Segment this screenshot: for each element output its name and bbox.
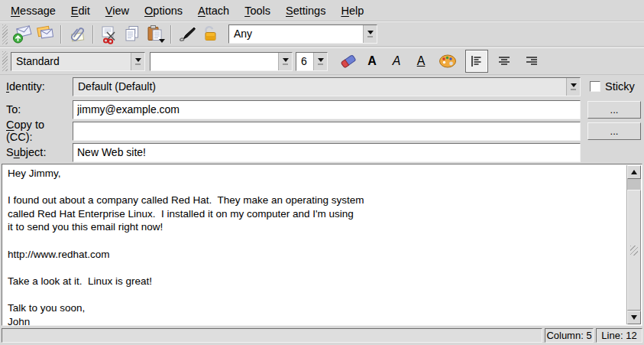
cut-button[interactable] [98, 24, 121, 45]
encrypt-message-icon [200, 24, 221, 44]
font-size-value: 6 [296, 53, 313, 70]
toolbar-drag-handle[interactable] [2, 51, 8, 71]
identity-row: Identity: Default (Default) Sticky [0, 76, 644, 96]
chevron-down-icon [367, 31, 374, 34]
scrollbar-grip-icon [630, 246, 638, 255]
identity-dropdown-button[interactable] [566, 78, 580, 96]
crypto-format-combobox[interactable]: Any [228, 24, 377, 44]
menu-message[interactable]: Message [3, 2, 63, 20]
text-color-button[interactable] [436, 50, 459, 72]
menu-view[interactable]: View [98, 2, 137, 20]
to-address-browse-button[interactable]: ... [587, 101, 641, 119]
toolbar-separator [170, 25, 172, 44]
subject-input[interactable] [73, 143, 581, 162]
bold-button[interactable]: A [360, 54, 384, 68]
chevron-down-icon [283, 58, 289, 62]
chevron-down-icon [571, 83, 577, 87]
status-bar: Column: 5 Line: 12 [0, 327, 644, 345]
menu-bar: Message Edit View Options Attach Tools S… [0, 0, 644, 21]
format-toolbar: Standard 6 A A A [0, 47, 644, 75]
send-mail-button[interactable] [11, 24, 34, 45]
crypto-format-dropdown-button[interactable] [363, 25, 377, 43]
text-color-palette-icon [437, 50, 458, 72]
status-column-indicator: Column: 5 [545, 328, 594, 343]
menu-tools[interactable]: Tools [237, 2, 278, 20]
menu-edit[interactable]: Edit [63, 2, 98, 20]
toolbar-separator [60, 25, 62, 44]
to-label: To: [0, 103, 73, 116]
paste-dropdown-arrow-icon[interactable] [159, 39, 165, 43]
copy-icon [122, 24, 143, 44]
copy-button[interactable] [121, 24, 144, 45]
paragraph-style-dropdown-button[interactable] [131, 53, 144, 70]
align-left-button[interactable] [465, 50, 488, 73]
attach-file-icon [67, 24, 88, 44]
cut-icon [99, 24, 120, 44]
underline-button[interactable]: A [409, 54, 433, 68]
italic-button[interactable]: A [384, 54, 409, 68]
cc-address-browse-button[interactable]: ... [587, 122, 641, 140]
toolbar-separator [92, 25, 94, 44]
crypto-format-value: Any [229, 25, 363, 43]
status-message-panel [2, 328, 542, 343]
align-center-icon [497, 54, 512, 69]
toolbar-drag-handle[interactable] [2, 24, 8, 44]
queue-mail-icon [35, 24, 56, 44]
paste-button[interactable] [144, 24, 167, 45]
cc-label: Copy to (CC): [0, 119, 73, 143]
scrollbar-thumb[interactable] [627, 190, 641, 311]
arrow-down-icon [631, 315, 637, 320]
to-row: To: ... [0, 99, 644, 119]
align-right-icon [524, 54, 539, 69]
to-input[interactable] [73, 100, 581, 119]
mail-composer-window: { "menu": { "items": [ {"accel": "M", "r… [0, 0, 644, 345]
subject-row: Subject: [0, 142, 644, 162]
paragraph-style-value: Standard [11, 53, 131, 70]
sticky-checkbox[interactable] [590, 81, 600, 92]
menu-options[interactable]: Options [137, 2, 190, 20]
status-line-indicator: Line: 12 [596, 328, 642, 343]
identity-combobox[interactable]: Default (Default) [73, 77, 581, 96]
message-body-editor[interactable]: Hey Jimmy, I found out about a company c… [2, 164, 642, 326]
identity-value: Default (Default) [73, 78, 566, 96]
chevron-down-icon [318, 58, 324, 62]
send-mail-icon [12, 24, 33, 44]
chevron-down-icon [135, 58, 141, 62]
scroll-up-button[interactable] [627, 165, 641, 179]
font-size-combobox[interactable]: 6 [296, 52, 328, 71]
arrow-up-icon [631, 170, 637, 174]
main-toolbar: Any [0, 21, 644, 47]
identity-label: Identity: [0, 80, 73, 93]
font-size-dropdown-button[interactable] [313, 53, 327, 70]
remove-format-eraser-icon [338, 50, 359, 72]
subject-label: Subject: [0, 146, 73, 158]
queue-mail-button[interactable] [34, 24, 57, 45]
editor-scrollbar[interactable] [626, 165, 641, 324]
font-family-dropdown-button[interactable] [278, 53, 292, 70]
menu-help[interactable]: Help [333, 2, 371, 20]
align-right-button[interactable] [520, 50, 543, 73]
cc-input[interactable] [73, 122, 581, 141]
align-left-icon [469, 54, 484, 69]
menu-settings[interactable]: Settings [278, 2, 333, 20]
font-family-value [150, 53, 278, 70]
font-family-combobox[interactable] [150, 52, 293, 71]
sign-message-button[interactable] [176, 24, 199, 45]
encrypt-message-button[interactable] [199, 24, 222, 45]
menu-attach[interactable]: Attach [190, 2, 237, 20]
sign-message-icon [177, 24, 198, 44]
attach-file-button[interactable] [66, 24, 89, 45]
paragraph-style-combobox[interactable]: Standard [11, 52, 145, 71]
scroll-down-button[interactable] [627, 311, 641, 324]
remove-format-button[interactable] [337, 50, 360, 72]
message-body-text[interactable]: Hey Jimmy, I found out about a company c… [2, 164, 626, 325]
cc-row: Copy to (CC): ... [0, 121, 644, 141]
sticky-option: Sticky [590, 80, 635, 93]
align-center-button[interactable] [493, 50, 516, 73]
sticky-label: Sticky [605, 80, 635, 93]
